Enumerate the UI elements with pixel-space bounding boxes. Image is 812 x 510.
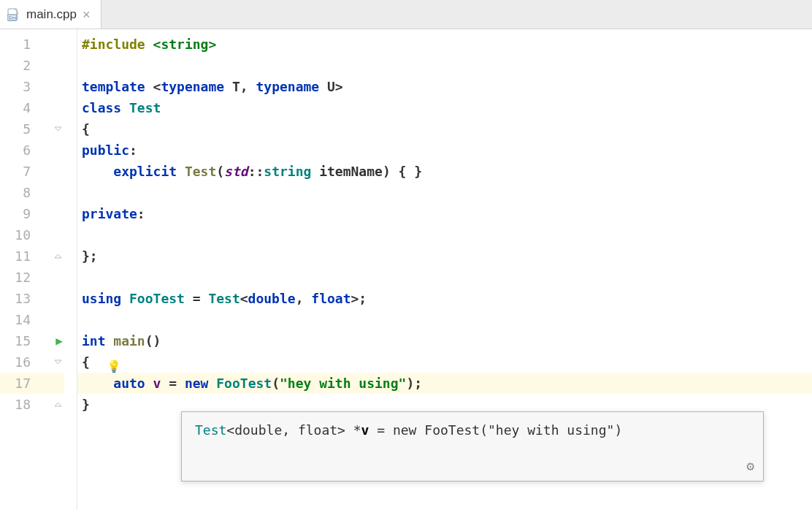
code-line[interactable] [77,182,812,203]
run-icon[interactable]: ▶ [55,330,63,351]
code-line[interactable] [77,224,812,246]
line-number: 3 [0,76,64,97]
line-number: 13 [0,288,64,309]
line-number: 12 [0,267,64,288]
tab-main-cpp[interactable]: C++ main.cpp × [0,0,102,28]
fold-icon[interactable] [53,357,63,368]
code-line[interactable]: { [77,118,812,140]
type-hint-tooltip: Test<double, float> *v = new FooTest("he… [181,411,764,482]
line-number-gutter: 1 2 3 4 5 6 7 8 9 10 11 12 13 14 15 ▶ 16… [0,29,64,510]
tooltip-var: v [361,422,369,438]
code-line[interactable] [77,267,812,288]
line-number: 14 [0,309,64,330]
close-tab-icon[interactable]: × [83,8,91,21]
gutter-border [64,29,77,510]
line-number: 2 [0,55,64,76]
code-line[interactable]: explicit Test(std::string itemName) { } [77,161,812,182]
code-line[interactable]: }; [77,246,812,267]
code-line[interactable]: class Test [77,97,812,118]
tooltip-type: Test [195,422,226,438]
line-number: 18 [0,394,64,415]
line-number: 1 [0,34,64,55]
gear-icon[interactable]: ⚙ [746,458,754,473]
line-number: 9 [0,203,64,224]
fold-icon[interactable] [53,124,63,134]
line-number: 8 [0,182,64,203]
line-number: 5 [0,118,64,140]
code-line[interactable]: using FooTest = Test<double, float>; [77,288,812,309]
cpp-file-icon: C++ [7,8,20,21]
line-number: 16 [0,351,64,373]
line-number: 10 [0,224,64,246]
line-number: 7 [0,161,64,182]
fold-icon[interactable] [53,251,63,262]
line-number: 6 [0,140,64,161]
tab-bar: C++ main.cpp × [0,0,812,29]
line-number: 4 [0,97,64,118]
editor-area[interactable]: 1 2 3 4 5 6 7 8 9 10 11 12 13 14 15 ▶ 16… [0,29,812,510]
tab-filename: main.cpp [26,7,77,22]
line-number: 11 [0,246,64,267]
code-line[interactable] [77,309,812,330]
code-line[interactable]: template <typename T, typename U> [77,76,812,97]
code-line[interactable]: auto v = new FooTest("hey with using"); [77,373,812,394]
fold-icon[interactable] [53,400,63,410]
code-line[interactable]: #include <string> [77,34,812,55]
svg-text:C++: C++ [9,15,18,20]
code-line[interactable] [77,55,812,76]
code-line[interactable]: public: [77,140,812,161]
line-number: 15 ▶ [0,330,64,351]
line-number: 17 [0,373,64,394]
code-line[interactable]: private: [77,203,812,224]
code-line[interactable]: {💡 [77,351,812,373]
code-line[interactable]: int main() [77,330,812,351]
